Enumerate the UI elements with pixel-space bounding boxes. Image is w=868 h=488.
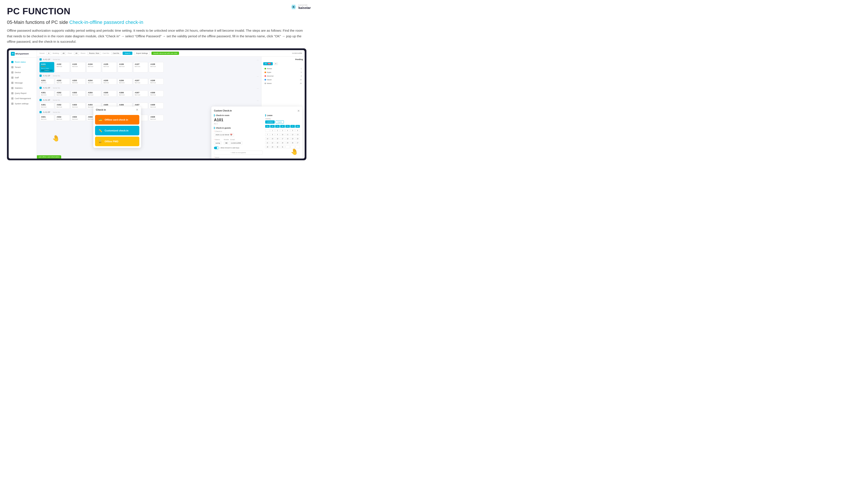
- room-card-2-0[interactable]: A301Bed lock: [39, 91, 54, 97]
- status-item-1[interactable]: Expire 3: [263, 71, 303, 74]
- cal-cell-0-5[interactable]: 5: [290, 129, 295, 132]
- cal-cell-3-0[interactable]: 21: [265, 141, 270, 144]
- room-card-2-6[interactable]: A307Bed lock: [133, 91, 148, 97]
- room-card-3-7[interactable]: A408Bed lock: [149, 103, 164, 109]
- room-card-1-7[interactable]: A208Bed lock: [149, 78, 164, 85]
- cal-cell-2-2[interactable]: 16: [275, 137, 280, 140]
- sidebar-item-card-management[interactable]: Card Management: [9, 96, 37, 101]
- customized-checkin-btn[interactable]: ✏️ Customized check-in: [95, 126, 139, 135]
- room-card-3-2[interactable]: A403Bed lock: [71, 103, 86, 109]
- cal-cell-0-3[interactable]: 3: [280, 129, 285, 132]
- room-card-4-7[interactable]: A508Bed lock: [149, 115, 164, 121]
- sidebar-item-query-report[interactable]: Query Report: [9, 91, 37, 96]
- room-card-2-2[interactable]: A303Bed lock: [71, 91, 86, 97]
- cal-cell-1-2[interactable]: 9: [275, 133, 280, 136]
- export-button[interactable]: Export Settings: [134, 52, 150, 55]
- cal-cell-3-5[interactable]: 26: [290, 141, 295, 144]
- cycle-option[interactable]: Cycle: [276, 120, 284, 124]
- room-card-1-0[interactable]: A201Bed lock: [39, 78, 54, 85]
- room-card-0-2[interactable]: A103Bed lock: [71, 62, 86, 72]
- room-card-0-1[interactable]: A102Bed lock: [55, 62, 70, 72]
- cal-cell-3-1[interactable]: 22: [270, 141, 275, 144]
- sidebar-item-system-settings[interactable]: System settings: [9, 101, 37, 106]
- room-card-1-3[interactable]: A204Bed lock: [86, 78, 101, 85]
- room-card-4-1[interactable]: A502Bed lock: [55, 115, 70, 121]
- cal-cell-2-4[interactable]: 18: [285, 137, 290, 140]
- status-item-3[interactable]: Vacant 24: [263, 78, 303, 82]
- room-card-0-0[interactable]: A101RentedDue in 4 daysCheck in: [39, 62, 54, 72]
- sidebar-item-room-status[interactable]: Room status: [9, 59, 37, 65]
- cal-cell-4-1[interactable]: 29: [270, 145, 275, 148]
- room-card-0-3[interactable]: A104Bed lock: [86, 62, 101, 72]
- allow-key-toggle[interactable]: [214, 147, 219, 149]
- room-card-0-7[interactable]: A108Bed lock: [149, 62, 164, 72]
- room-card-4-2[interactable]: A503Bed lock: [71, 115, 86, 121]
- country-code[interactable]: +60: [224, 142, 228, 144]
- sidebar-item-staff[interactable]: Staff: [9, 75, 37, 80]
- phone-field[interactable]: 11/16/11/058: [229, 141, 242, 145]
- status-tab-all[interactable]: All 40: [263, 62, 273, 65]
- cal-cell-4-3[interactable]: 31: [280, 145, 285, 148]
- status-tab-more[interactable]: ▾: [274, 62, 278, 65]
- room-card-2-7[interactable]: A308Bed lock: [149, 91, 164, 97]
- room-card-3-0[interactable]: A401Bed lock: [39, 103, 54, 109]
- room-card-0-6[interactable]: A107Bed lock: [133, 62, 148, 72]
- room-card-0-4[interactable]: A105Bed lock: [102, 62, 117, 72]
- room-card-1-6[interactable]: A207Bed lock: [133, 78, 148, 85]
- cal-cell-2-6[interactable]: 20: [295, 137, 300, 140]
- cal-cell-0-4[interactable]: 4: [285, 129, 290, 132]
- cal-cell-0-2[interactable]: 2: [275, 129, 280, 132]
- check-in-btn[interactable]: Check in: [41, 70, 53, 71]
- status-item-2[interactable]: Abnormal 3: [263, 74, 303, 78]
- status-item-4[interactable]: Nolock 29: [263, 82, 303, 85]
- cal-cell-2-1[interactable]: 15: [270, 137, 275, 140]
- name-field[interactable]: sunny: [214, 141, 222, 145]
- offline-card-btn[interactable]: 💳 Offline card check in: [95, 115, 139, 125]
- cal-cell-0-6[interactable]: 6: [295, 129, 300, 132]
- offline-pwd-btn[interactable]: 🔐 Offline PWD: [95, 137, 139, 146]
- sidebar-item-statistics[interactable]: Statistics: [9, 86, 37, 91]
- cal-cell-3-6[interactable]: 27: [295, 141, 300, 144]
- room-card-3-1[interactable]: A402Bed lock: [55, 103, 70, 109]
- building-value[interactable]: All: [61, 52, 66, 55]
- limited-option[interactable]: Limited: [265, 120, 275, 124]
- cal-cell-2-3[interactable]: 17: [280, 137, 285, 140]
- checkin-date-field[interactable]: 2024-11-02 09:00 📅: [214, 133, 234, 137]
- room-card-2-4[interactable]: A305Bed lock: [102, 91, 117, 97]
- cal-cell-1-1[interactable]: 8: [270, 133, 275, 136]
- add-occupants-btn[interactable]: + Add co-occupants: [214, 151, 262, 155]
- room-card-1-4[interactable]: A205Bed lock: [102, 78, 117, 85]
- cal-cell-1-5[interactable]: 12: [290, 133, 295, 136]
- status-item-0[interactable]: Rented 1: [263, 67, 303, 70]
- cal-cell-4-2[interactable]: 30: [275, 145, 280, 148]
- room-card-2-3[interactable]: A304Bed lock: [86, 91, 101, 97]
- room-value[interactable]: Rooms / floor: [88, 52, 101, 55]
- handle-button[interactable]: Handle abnormal with one click: [152, 52, 179, 55]
- sidebar-item-device[interactable]: Device: [9, 70, 37, 75]
- cal-cell-1-0[interactable]: 7: [265, 133, 270, 136]
- floor-value[interactable]: All: [74, 52, 79, 55]
- cal-cell-2-0[interactable]: 14: [265, 137, 270, 140]
- search-button[interactable]: Search: [123, 52, 132, 55]
- cal-cell-3-4[interactable]: 25: [285, 141, 290, 144]
- custom-modal-close-icon[interactable]: ✕: [297, 109, 300, 112]
- modal-close-icon[interactable]: ✕: [136, 108, 138, 111]
- room-card-1-1[interactable]: A202Bed lock: [55, 78, 70, 85]
- room-card-4-0[interactable]: A501Bed lock: [39, 115, 54, 121]
- cal-cell-1-3[interactable]: 10: [280, 133, 285, 136]
- cal-cell-4-0[interactable]: 28: [265, 145, 270, 148]
- room-card-2-5[interactable]: A306Bed lock: [118, 91, 132, 97]
- room-card-1-2[interactable]: A203Bed lock: [71, 78, 86, 85]
- house-value[interactable]: A: [46, 52, 51, 55]
- room-card-1-5[interactable]: A206Bed lock: [118, 78, 132, 85]
- cal-cell-0-1[interactable]: 1: [270, 129, 275, 132]
- cal-cell-1-6[interactable]: 13: [295, 133, 300, 136]
- card-value[interactable]: Card No: [111, 52, 121, 55]
- sidebar-item-message[interactable]: Message: [9, 80, 37, 86]
- cal-cell-3-3[interactable]: 24: [280, 141, 285, 144]
- room-card-2-1[interactable]: A302Bed lock: [55, 91, 70, 97]
- cal-cell-3-2[interactable]: 23: [275, 141, 280, 144]
- cal-cell-1-4[interactable]: 11: [285, 133, 290, 136]
- cal-cell-2-5[interactable]: 19: [290, 137, 295, 140]
- sidebar-item-tenant[interactable]: Tenant: [9, 65, 37, 70]
